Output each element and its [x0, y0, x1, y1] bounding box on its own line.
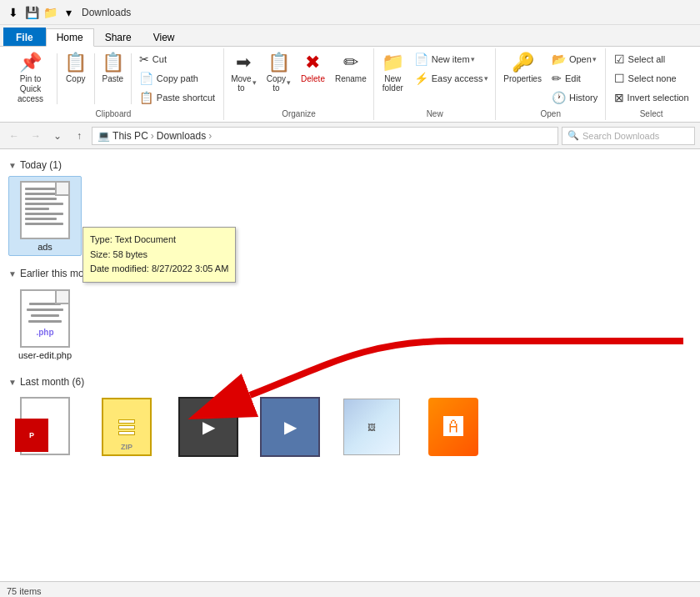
address-path[interactable]: 💻 This PC › Downloads ›	[92, 127, 558, 145]
section-lastmonth-header[interactable]: ▼ Last month (6)	[8, 376, 692, 388]
search-icon: 🔍	[568, 130, 579, 141]
tab-view[interactable]: View	[142, 28, 186, 46]
copy-to-icon: 📋	[268, 53, 290, 72]
separator2	[94, 53, 95, 104]
new-item-button[interactable]: 📄 New item ▾	[410, 50, 492, 68]
open-button[interactable]: 📂 Open ▾	[548, 50, 602, 68]
content-area: ▼ Today (1) ads	[0, 149, 700, 581]
file-item-screenshot[interactable]: 🖼	[335, 393, 408, 463]
pin-to-quick-access-button[interactable]: 📌 Pin to Quick access	[8, 50, 53, 108]
new-content: 📁 Newfolder 📄 New item ▾ ⚡ Easy access ▾	[378, 50, 492, 108]
recent-locations-button[interactable]: ⌄	[48, 127, 67, 145]
today-chevron: ▼	[8, 161, 17, 170]
move-to-button[interactable]: ➡ Moveto ▾	[227, 50, 260, 96]
php-badge: .php	[36, 328, 53, 337]
copy-to-button[interactable]: 📋 Copyto ▾	[262, 50, 295, 96]
easy-access-label: Easy access	[432, 73, 483, 83]
txt-line7	[25, 218, 57, 220]
section-today-header[interactable]: ▼ Today (1)	[8, 159, 692, 171]
section-earlier-header[interactable]: ▼ Earlier this month (1)	[8, 268, 692, 279]
file-icon-wrap-video2: ▶	[260, 397, 320, 457]
select-all-button[interactable]: ☑ Select all	[610, 50, 693, 68]
file-item-zip[interactable]	[90, 393, 163, 463]
file-item-video1[interactable]: ▶	[172, 393, 245, 463]
copy-label: Copy	[66, 74, 85, 83]
new-small-btns: 📄 New item ▾ ⚡ Easy access ▾	[410, 50, 492, 88]
file-item-ads[interactable]: ads Type: Text Document Size: 58 bytes D…	[8, 176, 82, 256]
dropdown-icon[interactable]: ▾	[62, 6, 75, 19]
select-all-icon: ☑	[614, 53, 625, 66]
paste-shortcut-button[interactable]: 📋 Paste shortcut	[135, 88, 219, 107]
ribbon-group-new: 📁 Newfolder 📄 New item ▾ ⚡ Easy access ▾	[374, 48, 496, 120]
file-item-pdf[interactable]: P	[8, 393, 82, 463]
file-icon-wrap-php: .php	[15, 288, 75, 349]
delete-button[interactable]: ✖ Delete	[297, 50, 329, 87]
pdf-file-icon: P	[15, 397, 75, 457]
path-this-pc[interactable]: 💻 This PC	[98, 130, 148, 142]
clipboard-label: Clipboard	[8, 108, 218, 118]
properties-label: Properties	[503, 74, 542, 83]
separator1	[57, 53, 58, 104]
tab-share[interactable]: Share	[94, 28, 142, 46]
ribbon-group-clipboard: 📌 Pin to Quick access 📋 Copy 📋 Paste ✂ C…	[3, 48, 224, 120]
tab-home[interactable]: Home	[46, 28, 94, 47]
select-none-button[interactable]: ☐ Select none	[610, 69, 693, 88]
copy-path-button[interactable]: 📄 Copy path	[135, 69, 219, 88]
address-bar: ← → ⌄ ↑ 💻 This PC › Downloads › 🔍 Search…	[0, 123, 700, 149]
tooltip-size-value: 58 bytes	[113, 249, 148, 259]
paste-button[interactable]: 📋 Paste	[98, 50, 128, 87]
file-name-ads: ads	[38, 242, 52, 252]
down-arrow-icon[interactable]: ⬇	[7, 6, 20, 19]
delete-icon: ✖	[305, 53, 320, 72]
item-count: 75 items	[7, 586, 42, 596]
search-placeholder: Search Downloads	[582, 131, 659, 141]
copy-button[interactable]: 📋 Copy	[61, 50, 91, 87]
new-item-icon: 📄	[414, 53, 428, 66]
txt-line3	[25, 198, 57, 200]
separator3	[131, 53, 132, 104]
back-button[interactable]: ←	[5, 127, 23, 145]
new-folder-button[interactable]: 📁 Newfolder	[378, 50, 408, 96]
properties-button[interactable]: 🔑 Properties	[499, 50, 546, 87]
folder-icon[interactable]: 📁	[43, 6, 57, 19]
ribbon-tabs: File Home Share View	[0, 25, 700, 47]
clipboard-small-btns: ✂ Cut 📄 Copy path 📋 Paste shortcut	[135, 50, 219, 107]
play-icon1: ▶	[202, 417, 215, 437]
organize-label: Organize	[229, 108, 368, 118]
open-icon: 📂	[552, 53, 566, 66]
move-to-arrow: ▾	[252, 78, 257, 87]
search-box[interactable]: 🔍 Search Downloads	[562, 127, 695, 145]
copy-path-label: Copy path	[157, 73, 198, 83]
txt-line8	[25, 223, 63, 225]
pin-icon: 📌	[19, 53, 42, 72]
file-item-app[interactable]: 🅰	[417, 393, 490, 463]
edit-button[interactable]: ✏ Edit	[548, 69, 602, 88]
clipboard-content: 📌 Pin to Quick access 📋 Copy 📋 Paste ✂ C…	[8, 50, 219, 108]
copy-to-label: Copyto	[267, 74, 286, 93]
zip-file-icon	[102, 398, 152, 456]
easy-access-button[interactable]: ⚡ Easy access ▾	[410, 69, 492, 88]
today-label: Today (1)	[20, 159, 62, 171]
save-icon[interactable]: 💾	[25, 6, 38, 19]
forward-button[interactable]: →	[27, 127, 45, 145]
invert-selection-button[interactable]: ⊠ Invert selection	[610, 88, 693, 107]
pin-label: Pin to Quick access	[12, 74, 49, 104]
lastmonth-chevron: ▼	[8, 378, 17, 387]
invert-icon: ⊠	[614, 91, 624, 104]
up-button[interactable]: ↑	[70, 127, 88, 145]
ribbon-group-organize: ➡ Moveto ▾ 📋 Copyto ▾ ✖ Delete ✏ Rename	[224, 48, 374, 120]
txt-line1	[25, 188, 63, 190]
status-bar: 75 items	[0, 581, 700, 597]
tab-file[interactable]: File	[3, 28, 46, 46]
cut-button[interactable]: ✂ Cut	[135, 50, 219, 68]
file-icon-wrap-ads	[15, 180, 75, 240]
file-item-video2[interactable]: ▶	[253, 393, 327, 463]
rename-button[interactable]: ✏ Rename	[331, 50, 371, 87]
path-downloads[interactable]: Downloads	[157, 130, 206, 142]
screenshot-icon: 🖼	[343, 399, 400, 455]
properties-icon: 🔑	[512, 53, 534, 72]
history-button[interactable]: 🕐 History	[548, 88, 602, 107]
file-icon-wrap-app: 🅰	[423, 397, 483, 457]
window-title: Downloads	[82, 7, 131, 18]
file-item-user-edit[interactable]: .php user-edit.php	[8, 284, 82, 364]
